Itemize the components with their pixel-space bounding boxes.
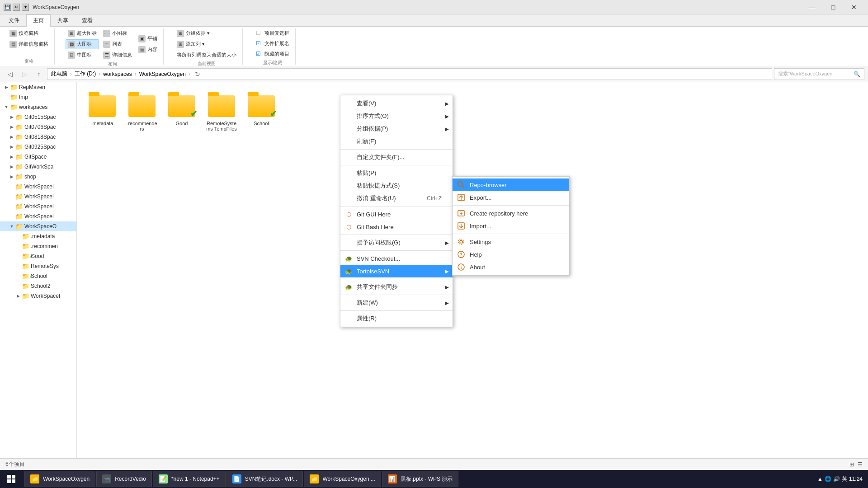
grid-view-icon[interactable]: ⊞ <box>849 461 854 468</box>
undo-icon[interactable]: ↩ <box>13 4 20 11</box>
start-button[interactable] <box>0 470 23 488</box>
tab-view[interactable]: 查看 <box>75 14 99 26</box>
taskbar-item-wps-ppt[interactable]: 📊 黑板.pptx - WPS 演示 <box>382 471 458 487</box>
submenu-item-help[interactable]: ? Help <box>453 248 569 261</box>
content-btn[interactable]: ▤ 内容 <box>136 45 160 55</box>
file-item-remotesystems[interactable]: RemoteSystems TempFiles <box>203 89 240 136</box>
sidebar-item-workspace1[interactable]: ▶ 📁 WorkSpaceI <box>0 182 76 192</box>
address-bar[interactable]: 此电脑 › 工作 (D:) › workspaces › WorkSpaceOx… <box>47 68 772 80</box>
add-column-btn[interactable]: ⊞ 添加列 ▾ <box>175 39 239 49</box>
sidebar-item-git0515[interactable]: ▶ 📁 Git0515Spac <box>0 112 76 122</box>
breadcrumb-current[interactable]: WorkSpaceOxygen <box>139 71 186 77</box>
detail-btn[interactable]: ☰ 详细信息 <box>101 50 134 60</box>
taskbar-item-workspaceoxygen[interactable]: 📁 WorkSpaceOxygen <box>24 471 95 487</box>
sidebar-item-tmp[interactable]: ▶ 📁 tmp <box>0 92 76 102</box>
hidden-items-btn[interactable]: ☑ 隐藏的项目 <box>254 49 292 59</box>
details-pane-btn[interactable]: ▤ 详细信息窗格 <box>7 39 51 49</box>
submenu-item-create-repo[interactable]: Create repository here <box>453 207 569 220</box>
breadcrumb-computer[interactable]: 此电脑 <box>51 70 67 78</box>
submenu-item-import[interactable]: Import... <box>453 220 569 232</box>
sidebar-item-workspace3[interactable]: ▶ 📁 WorkSpaceI <box>0 202 76 211</box>
file-item-school[interactable]: ✔ School <box>243 89 279 136</box>
menu-item-properties[interactable]: 属性(R) <box>340 312 453 325</box>
menu-item-new[interactable]: 新建(W) ▶ <box>340 296 453 309</box>
menu-item-refresh[interactable]: 刷新(E) <box>340 135 453 148</box>
minimize-button[interactable]: — <box>802 0 823 14</box>
small-icon-btn[interactable]: ⋮⋮ 小图标 <box>101 28 134 38</box>
up-button[interactable]: ↑ <box>33 68 45 80</box>
sidebar-item-workspace2[interactable]: ▶ 📁 WorkSpaceI <box>0 192 76 202</box>
quick-access[interactable]: 💾 ↩ ▾ <box>4 4 29 11</box>
window-controls[interactable]: — □ ✕ <box>802 0 864 14</box>
search-icon[interactable]: 🔍 <box>854 71 860 77</box>
sidebar-item-gitspace[interactable]: ▶ 📁 GitSpace <box>0 152 76 162</box>
sidebar-item-school2[interactable]: ▶ 📁 School2 <box>0 281 76 291</box>
item-checkbox-btn[interactable]: ☐ 项目复选框 <box>254 28 292 38</box>
maximize-button[interactable]: □ <box>823 0 844 14</box>
medium-icon-btn[interactable]: ⊡ 中图标 <box>66 50 99 60</box>
list-view-icon[interactable]: ☰ <box>858 461 863 468</box>
sidebar-item-workspaceoxygen[interactable]: ▼ 📁 WorkSpaceO <box>0 221 76 231</box>
menu-item-svn-checkout[interactable]: 🐢 SVN Checkout... <box>340 252 453 265</box>
back-button[interactable]: ◁ <box>4 68 16 80</box>
sidebar-item-git0925[interactable]: ▶ 📁 Git0925Spac <box>0 142 76 152</box>
sidebar-item-workspaces[interactable]: ▼ 📁 workspaces <box>0 102 76 112</box>
list-btn[interactable]: ≡ 列表 <box>101 39 134 49</box>
sidebar-item-workspacei[interactable]: ▶ 📁 WorkSpaceI <box>0 291 76 301</box>
file-item-metadata[interactable]: .metadata <box>84 89 120 136</box>
submenu-item-repo-browser[interactable]: Repo-browser <box>453 178 569 191</box>
submenu-item-about[interactable]: i About <box>453 261 569 273</box>
submenu-item-settings[interactable]: Settings <box>453 235 569 248</box>
sidebar-item-good[interactable]: ▶ 📁✓ Good <box>0 251 76 261</box>
sidebar-item-shop[interactable]: ▶ 📁 shop <box>0 172 76 182</box>
sidebar-item-git0706[interactable]: ▶ 📁 Git0706Spac <box>0 122 76 132</box>
taskbar-item-recordvedio[interactable]: 📹 RecordVedio <box>96 471 152 487</box>
taskbar-item-wps-doc[interactable]: 📄 SVN笔记.docx - WP... <box>226 471 303 487</box>
sidebar-item-school[interactable]: ▶ 📁✓ School <box>0 271 76 281</box>
menu-item-git-bash[interactable]: ⬡ Git Bash Here <box>340 221 453 233</box>
address-refresh-button[interactable]: ↻ <box>193 70 202 79</box>
file-item-recommenders[interactable]: .recommenders <box>124 89 160 136</box>
sidebar-item-remotesystems[interactable]: ▶ 📁 RemoteSys <box>0 261 76 271</box>
taskbar-item-workspaceoxygen2[interactable]: 📁 WorkSpaceOxygen ... <box>304 471 381 487</box>
forward-button[interactable]: ▷ <box>18 68 31 80</box>
sidebar-item-workspace4[interactable]: ▶ 📁 WorkSpaceI <box>0 211 76 221</box>
menu-item-customize[interactable]: 自定义文件夹(F)... <box>340 151 453 164</box>
search-bar[interactable]: 搜索"WorkSpaceOxygen" 🔍 <box>774 68 864 80</box>
menu-item-view[interactable]: 查看(V) ▶ <box>340 97 453 110</box>
sidebar-item-gitworkspace[interactable]: ▶ 📁 GitWorkSpa <box>0 162 76 172</box>
menu-item-undo[interactable]: 撤消 重命名(U) Ctrl+Z <box>340 192 453 205</box>
dropdown-icon[interactable]: ▾ <box>22 4 29 11</box>
sidebar-item-recommenders[interactable]: ▶ 📁 .recommen <box>0 241 76 251</box>
file-ext-btn[interactable]: ☑ 文件扩展名 <box>254 39 292 48</box>
tile-btn[interactable]: ▣ 平铺 <box>136 34 160 44</box>
sidebar-item-git0818[interactable]: ▶ 📁 Git0818Spac <box>0 132 76 142</box>
sidebar-item-repmaven[interactable]: ▶ 📁 RepMaven <box>0 82 76 92</box>
large-icon-btn[interactable]: ▦ 大图标 <box>66 39 99 49</box>
tab-share[interactable]: 共享 <box>51 14 75 26</box>
save-icon[interactable]: 💾 <box>4 4 11 11</box>
tab-home[interactable]: 主页 <box>26 14 51 27</box>
preview-pane-btn[interactable]: ▦ 预览窗格 <box>7 28 51 38</box>
tab-file[interactable]: 文件 <box>2 14 26 26</box>
menu-item-git-gui[interactable]: ⬡ Git GUI Here <box>340 208 453 221</box>
taskbar-item-notepad[interactable]: 📝 *new 1 - Notepad++ <box>153 471 226 487</box>
menu-item-tortoisesvn[interactable]: 🐢 TortoiseSVN ▶ <box>340 265 453 277</box>
breadcrumb-drive[interactable]: 工作 (D:) <box>75 70 96 78</box>
submenu-item-export[interactable]: Export... <box>453 191 569 204</box>
close-button[interactable]: ✕ <box>844 0 864 14</box>
extra-large-icon-btn[interactable]: ⊞ 超大图标 <box>66 28 99 38</box>
systray-up-arrow[interactable]: ▲ <box>817 476 823 482</box>
menu-item-access[interactable]: 授予访问权限(G) ▶ <box>340 236 453 249</box>
menu-item-sort[interactable]: 排序方式(O) ▶ <box>340 110 453 122</box>
fit-columns-btn[interactable]: 将所有列调整为合适的大小 <box>175 50 239 60</box>
menu-item-paste[interactable]: 粘贴(P) <box>340 167 453 179</box>
menu-item-paste-shortcut[interactable]: 粘贴快捷方式(S) <box>340 179 453 192</box>
menu-item-group[interactable]: 分组依据(P) ▶ <box>340 122 453 135</box>
systray-lang[interactable]: 英 <box>842 475 847 483</box>
file-item-good[interactable]: ✔ Good <box>164 89 200 136</box>
breadcrumb-workspaces[interactable]: workspaces <box>103 71 132 77</box>
menu-item-share-sync[interactable]: 🐢 共享文件夹同步 ▶ <box>340 281 453 293</box>
group-by-btn[interactable]: ⊞ 分组依据 ▾ <box>175 28 239 38</box>
sidebar-item-metadata[interactable]: ▶ 📁 .metadata <box>0 231 76 241</box>
